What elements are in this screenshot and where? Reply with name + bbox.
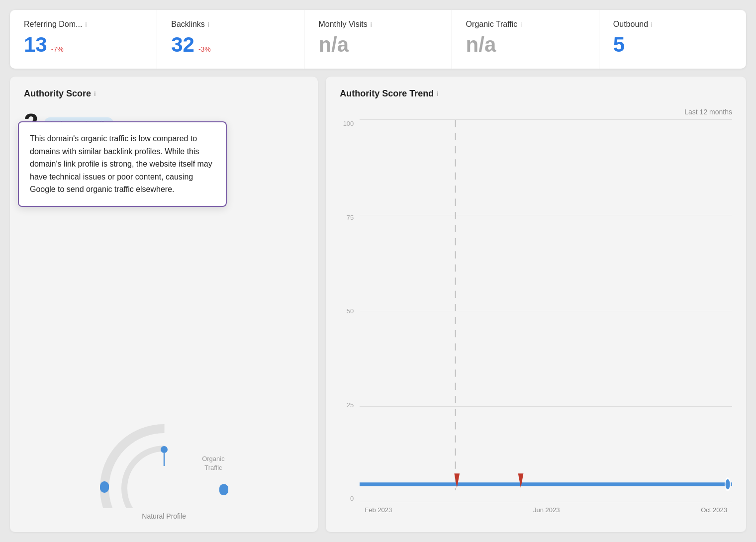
- info-icon-outbound[interactable]: i: [651, 21, 653, 28]
- metric-outbound-label: Outbound i: [613, 20, 732, 29]
- tooltip-popup: This domain's organic traffic is low com…: [18, 121, 227, 207]
- grid-lines: [360, 120, 732, 502]
- info-icon-organic-traffic[interactable]: i: [520, 21, 522, 28]
- circle-chart-container: OrganicTraffic: [99, 409, 229, 508]
- info-icon-authority-trend[interactable]: i: [437, 90, 439, 97]
- info-icon-monthly-visits[interactable]: i: [371, 21, 372, 28]
- authority-score-title: Authority Score i: [24, 89, 304, 99]
- metric-backlinks: Backlinks i 32 -3%: [157, 10, 304, 69]
- x-axis: Feb 2023 Jun 2023 Oct 2023: [360, 502, 732, 520]
- trend-chart-wrapper: 100 75 50 25 0: [340, 120, 732, 520]
- metric-referring-domains-change: -7%: [51, 45, 64, 53]
- metric-outbound: Outbound i 5: [599, 10, 746, 69]
- authority-score-card: Authority Score i 2 Lacks organic traffi…: [10, 77, 318, 532]
- organic-traffic-label: OrganicTraffic: [202, 454, 225, 472]
- tooltip-text: This domain's organic traffic is low com…: [30, 132, 215, 196]
- metric-monthly-visits: Monthly Visits i n/a: [304, 10, 452, 69]
- metric-monthly-visits-label: Monthly Visits i: [318, 20, 437, 29]
- metric-backlinks-label: Backlinks i: [171, 20, 290, 29]
- metric-referring-domains-label: Referring Dom... i: [24, 20, 143, 29]
- metric-monthly-visits-value: n/a: [318, 33, 437, 57]
- metric-referring-domains: Referring Dom... i 13 -7%: [10, 10, 157, 69]
- info-icon-authority-score[interactable]: i: [94, 90, 96, 97]
- trend-chart-svg: [360, 120, 732, 502]
- bottom-section: Authority Score i 2 Lacks organic traffi…: [10, 77, 746, 532]
- svg-point-3: [161, 446, 168, 453]
- info-icon-referring[interactable]: i: [85, 21, 87, 28]
- metric-backlinks-change: -3%: [198, 45, 211, 53]
- metric-organic-traffic-label: Organic Traffic i: [466, 20, 585, 29]
- metric-referring-domains-value: 13 -7%: [24, 33, 143, 57]
- natural-profile-label: Natural Profile: [142, 512, 186, 520]
- metric-outbound-value: 5: [613, 33, 732, 57]
- y-axis: 100 75 50 25 0: [340, 120, 360, 520]
- authority-trend-title: Authority Score Trend i: [340, 89, 732, 99]
- metric-organic-traffic: Organic Traffic i n/a: [452, 10, 599, 69]
- metrics-card: Referring Dom... i 13 -7% Backlinks i 32…: [10, 10, 746, 69]
- info-icon-backlinks[interactable]: i: [208, 21, 209, 28]
- metric-backlinks-value: 32 -3%: [171, 33, 290, 57]
- metric-organic-traffic-value: n/a: [466, 33, 585, 57]
- authority-trend-card: Authority Score Trend i Last 12 months 1…: [326, 77, 746, 532]
- chart-plot: Feb 2023 Jun 2023 Oct 2023: [360, 120, 732, 520]
- svg-point-9: [725, 478, 731, 490]
- authority-score-chart: OrganicTraffic Natural Profile: [24, 399, 304, 520]
- trend-period: Last 12 months: [340, 108, 732, 116]
